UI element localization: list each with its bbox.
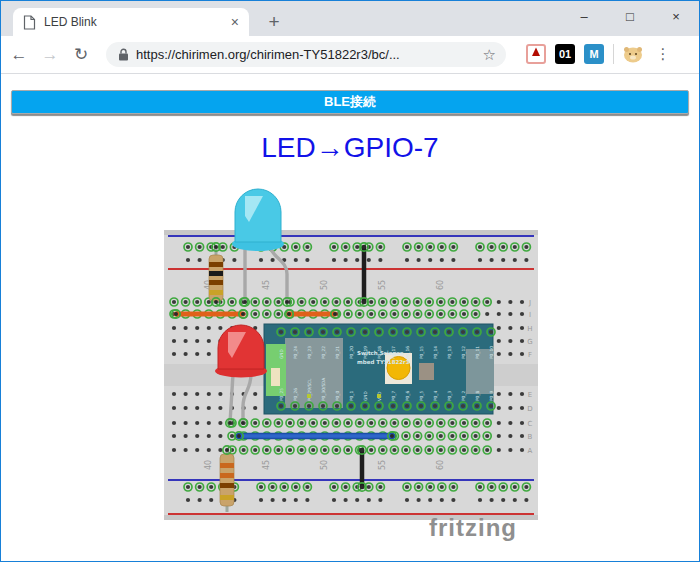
svg-text:F: F [528,351,532,359]
url-text[interactable]: https://chirimen.org/chirimen-TY51822r3/… [136,47,483,62]
pdf-extension-icon[interactable] [526,44,546,64]
svg-text:I: I [529,311,531,319]
svg-text:E: E [528,391,532,399]
m-extension-icon[interactable]: M [584,44,604,64]
chrome-menu-icon[interactable]: ⋮ [654,45,672,63]
page-title: LED→GPIO-7 [1,132,699,164]
browser-tab[interactable]: LED Blink × [13,8,249,36]
toolbar-separator [613,44,614,64]
svg-text:H: H [527,325,532,333]
svg-text:45: 45 [262,460,271,470]
fritzing-watermark: fritzing [429,514,539,542]
tab-close-icon[interactable]: × [231,14,239,30]
ble-connect-button[interactable]: BLE接続 [11,90,689,114]
svg-text:60: 60 [436,460,445,470]
maximize-button[interactable]: □ [607,1,653,35]
reload-button[interactable]: ↻ [68,44,94,65]
svg-text:60: 60 [436,280,445,290]
svg-text:D: D [527,405,532,413]
svg-text:A: A [528,447,533,455]
https-lock-icon [118,48,129,61]
page-icon [23,15,36,30]
back-button[interactable]: ← [6,45,32,65]
forward-button[interactable]: → [37,45,63,65]
hamster-extension-icon[interactable] [622,43,644,65]
new-tab-button[interactable]: + [261,9,287,35]
svg-text:C: C [528,420,533,428]
page-content: BLE接続 LED→GPIO-7 40404545505055556060JIH… [1,73,699,562]
svg-text:40: 40 [204,460,213,470]
browser-window: LED Blink × + – □ × ← → ↻ ⌂ https://chir… [0,0,700,562]
svg-text:B: B [528,433,533,441]
svg-text:55: 55 [378,280,387,290]
window-controls: – □ × [561,1,699,35]
svg-text:50: 50 [320,280,329,290]
svg-text:50: 50 [320,460,329,470]
bookmark-star-icon[interactable]: ☆ [483,46,496,64]
close-button[interactable]: × [653,1,699,35]
navigation-toolbar: ← → ↻ ⌂ https://chirimen.org/chirimen-TY… [1,36,699,73]
minimize-button[interactable]: – [561,1,607,35]
svg-text:GND: GND [279,348,284,359]
svg-text:G: G [527,338,532,346]
counter-extension-icon[interactable]: 01 [555,44,575,64]
svg-text:55: 55 [378,460,387,470]
extensions-area: 01 M ⋮ [517,43,672,65]
svg-text:GND: GND [363,390,368,401]
breadboard-diagram: 40404545505055556060JIHGFEDCBASwitch Sci… [161,182,541,550]
svg-text:45: 45 [262,280,271,290]
svg-text:J: J [528,299,531,307]
address-bar[interactable]: https://chirimen.org/chirimen-TY51822r3/… [106,42,506,67]
tab-bar: LED Blink × + – □ × [1,1,699,36]
tab-title: LED Blink [44,15,231,29]
